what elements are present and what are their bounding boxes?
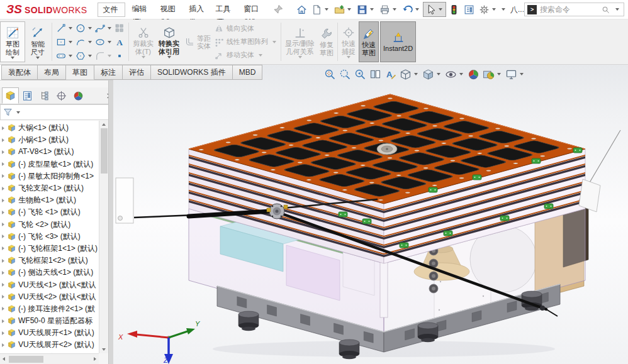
expand-arrow-icon[interactable] [2, 126, 4, 130]
save-button[interactable] [355, 2, 377, 17]
user-menu[interactable]: 八... [510, 4, 524, 15]
select-button[interactable] [423, 2, 446, 17]
edit-appearance-button[interactable] [466, 68, 481, 81]
menu-tools[interactable]: 工具(T) [210, 3, 237, 17]
sketch-button[interactable]: 草图 绘制 [0, 21, 25, 62]
tree-filter-bar[interactable] [0, 104, 113, 120]
panel-splitter[interactable] [108, 80, 113, 364]
expand-arrow-icon[interactable] [2, 319, 4, 323]
expand-arrow-icon[interactable] [2, 174, 4, 178]
view-orientation-button[interactable] [398, 68, 420, 81]
dimxpert-manager-tab[interactable] [53, 87, 70, 104]
point-tool[interactable] [114, 49, 125, 63]
dropdown-caret-icon[interactable] [497, 73, 501, 75]
expand-arrow-icon[interactable] [2, 223, 4, 226]
dropdown-caret-icon[interactable] [492, 8, 496, 11]
tree-vertical-scrollbar[interactable] [99, 121, 108, 353]
scroll-down-icon[interactable] [102, 348, 106, 351]
property-manager-tab[interactable] [19, 87, 36, 104]
menu-view[interactable]: 视图(V) [155, 3, 182, 17]
expand-arrow-icon[interactable] [2, 211, 4, 214]
tree-horizontal-scrollbar[interactable] [0, 353, 99, 364]
dropdown-caret-icon[interactable] [69, 41, 72, 43]
text-tool[interactable] [114, 35, 125, 49]
tree-item[interactable]: 生物舱<1> (默认) [0, 194, 99, 206]
dropdown-caret-icon[interactable] [167, 56, 171, 58]
tree-item[interactable]: (-) 接耳连接件2<1> (默 [0, 303, 99, 315]
tab-addins[interactable]: SOLIDWORKS 插件 [151, 65, 233, 80]
smart-dimension-button[interactable]: 智能 尺寸 [25, 21, 50, 63]
expand-arrow-icon[interactable] [2, 259, 4, 263]
menu-window[interactable]: 窗口(W) [238, 3, 267, 17]
slot-tool[interactable] [55, 49, 74, 63]
open-button[interactable] [332, 2, 354, 17]
arc-tool[interactable] [75, 35, 94, 49]
tree-item[interactable]: VU天线<2> (默认<默认 [0, 291, 99, 303]
instant2d-button[interactable]: Instant2D [380, 21, 416, 62]
dropdown-caret-icon[interactable] [36, 57, 40, 59]
tree-item[interactable]: VU天线展开<1> (默认) [0, 327, 99, 339]
view-settings-button[interactable] [504, 68, 526, 81]
configuration-manager-tab[interactable] [36, 87, 53, 104]
tree-item[interactable]: (-) 星敏太阳抑制角<1> [0, 170, 99, 182]
dropdown-caret-icon[interactable] [347, 8, 351, 11]
tree-item[interactable]: (-) 飞轮 <3> (默认) [0, 231, 99, 243]
dropdown-caret-icon[interactable] [393, 8, 396, 11]
expand-arrow-icon[interactable] [2, 271, 4, 275]
hide-show-items-button[interactable] [444, 68, 466, 81]
polygon-tool[interactable] [75, 49, 94, 63]
scrollbar-thumb[interactable] [101, 128, 108, 174]
tree-item[interactable]: (-) 飞轮框架1<1> (默认) [0, 243, 99, 255]
scroll-up-icon[interactable] [102, 123, 106, 126]
expand-arrow-icon[interactable] [2, 307, 4, 311]
sketch-annotation-button[interactable] [383, 68, 398, 81]
dropdown-caret-icon[interactable] [69, 55, 72, 57]
expand-arrow-icon[interactable] [2, 150, 4, 154]
tree-item[interactable]: AT-V8<1> (默认) [0, 146, 99, 158]
menu-insert[interactable]: 插入(I) [184, 3, 209, 17]
dropdown-caret-icon[interactable] [108, 41, 111, 43]
dropdown-caret-icon[interactable] [370, 8, 374, 11]
scroll-left-icon[interactable] [3, 357, 5, 361]
print-button[interactable] [378, 2, 400, 17]
dropdown-caret-icon[interactable] [415, 8, 419, 11]
expand-arrow-icon[interactable] [2, 283, 4, 287]
zoom-to-area-button[interactable] [338, 68, 352, 81]
menu-edit[interactable]: 编辑(E) [126, 3, 154, 17]
previous-view-button[interactable] [353, 68, 367, 81]
display-manager-tab[interactable] [70, 87, 87, 104]
dropdown-caret-icon[interactable] [108, 55, 111, 57]
tree-item[interactable]: (-) 飞轮 <1> (默认) [0, 206, 99, 218]
expand-arrow-icon[interactable] [2, 331, 4, 335]
convert-entities-button[interactable]: 转换实体引用 [156, 21, 182, 63]
magnifier-icon[interactable] [601, 5, 610, 14]
tab-sketch[interactable]: 草图 [66, 65, 94, 80]
feature-manager-tab[interactable] [2, 87, 19, 104]
home-button[interactable] [294, 2, 309, 17]
tree-item[interactable]: WF50-0 星箭适配器标 [0, 315, 99, 327]
menu-file[interactable]: 文件(F) [98, 3, 126, 17]
toolbar-overflow-icon[interactable] [502, 8, 505, 11]
display-style-button[interactable] [421, 68, 443, 81]
spline-tool[interactable] [94, 21, 113, 35]
expand-arrow-icon[interactable] [2, 234, 4, 238]
dropdown-caret-icon[interactable] [459, 73, 463, 75]
dropdown-caret-icon[interactable] [11, 57, 14, 59]
expand-arrow-icon[interactable] [2, 295, 4, 299]
expand-arrow-icon[interactable] [2, 246, 4, 250]
dropdown-caret-icon[interactable] [325, 8, 328, 11]
options-list-button[interactable] [462, 2, 476, 17]
sketch-pattern-tool[interactable] [114, 21, 125, 35]
dropdown-caret-icon[interactable] [88, 41, 92, 43]
expand-arrow-icon[interactable] [2, 343, 4, 347]
tree-item[interactable]: (-) 侧边天线<1> (默认) [0, 267, 99, 279]
dropdown-caret-icon[interactable] [69, 27, 72, 30]
expand-arrow-icon[interactable] [2, 187, 4, 190]
tree-item[interactable]: 飞轮框架1<2> (默认) [0, 255, 99, 267]
tree-item[interactable]: (-) 皮型星敏<1> (默认) [0, 158, 99, 170]
scroll-right-icon[interactable] [94, 357, 96, 361]
tree-item[interactable]: VU天线展开<2> (默认) [0, 339, 99, 351]
pin-menu-button[interactable] [272, 4, 284, 16]
tree-item[interactable]: 飞轮支架<1> (默认) [0, 182, 99, 194]
expand-arrow-icon[interactable] [2, 199, 4, 202]
